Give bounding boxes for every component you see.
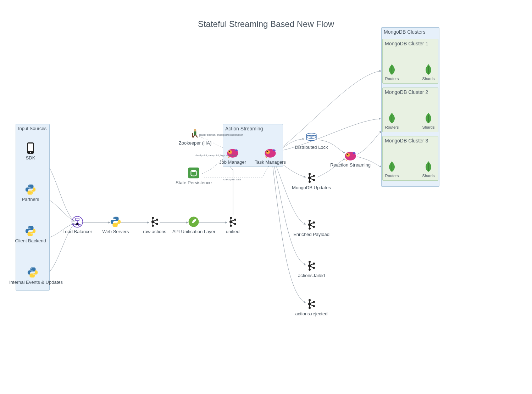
svg-point-26 <box>194 129 196 131</box>
node-load-balancer: Load Balancer <box>56 215 99 234</box>
group-mongodb-clusters-title: MongoDB Clusters <box>384 29 426 35</box>
spring-icon <box>172 215 215 228</box>
svg-point-61 <box>347 154 348 155</box>
mongodb-leaf-icon <box>381 112 403 124</box>
node-api-unification: API Unification Layer <box>172 215 215 234</box>
node-enriched-payload: Enriched Payload <box>290 218 333 237</box>
svg-point-8 <box>34 276 34 276</box>
cluster2-shards-label: Shards <box>418 125 439 129</box>
node-distributed-lock-label: Distributed Lock <box>290 145 333 150</box>
node-reaction-streaming-label: Reaction Streaming <box>329 162 372 168</box>
node-reaction-streaming: Reaction Streaming <box>329 149 372 168</box>
node-partners: Partners <box>9 183 52 202</box>
node-client-backend-label: Client Backend <box>9 238 52 243</box>
node-zookeeper: Zookeeper (HA) <box>174 127 216 146</box>
node-api-unification-label: API Unification Layer <box>172 229 215 234</box>
svg-point-32 <box>229 151 230 152</box>
svg-point-14 <box>117 225 117 226</box>
svg-point-18 <box>156 219 158 221</box>
svg-point-58 <box>313 305 315 307</box>
node-web-servers-label: Web Servers <box>94 229 137 234</box>
svg-point-57 <box>313 301 315 303</box>
node-raw-actions-label: raw actions <box>133 229 176 234</box>
svg-point-25 <box>234 223 236 225</box>
s3-bucket-icon <box>172 167 215 179</box>
redis-icon: R <box>290 131 333 144</box>
cluster2-shards: Shards <box>418 112 439 129</box>
kafka-icon <box>290 259 333 272</box>
svg-point-21 <box>230 217 232 219</box>
svg-point-53 <box>313 267 315 269</box>
node-state-persistence-label: State Persistence <box>172 180 215 185</box>
load-balancer-icon <box>56 215 99 228</box>
svg-point-48 <box>313 226 315 228</box>
svg-rect-29 <box>188 168 199 178</box>
node-task-managers-label: Task Managers <box>249 159 292 165</box>
cluster1-shards-label: Shards <box>418 77 439 81</box>
svg-point-5 <box>29 227 29 227</box>
node-actions-rejected: actions.rejected <box>290 298 333 316</box>
python-icon <box>9 183 52 196</box>
node-actions-rejected-label: actions.rejected <box>290 311 333 316</box>
mongodb-cluster-1-title: MongoDB Cluster 1 <box>385 41 428 46</box>
kafka-icon <box>290 218 333 231</box>
node-sdk-label: SDK <box>9 155 52 161</box>
node-web-servers: Web Servers <box>94 215 137 234</box>
svg-point-7 <box>31 268 32 269</box>
node-distributed-lock: R Distributed Lock <box>290 131 333 150</box>
svg-point-39 <box>309 173 311 175</box>
node-sdk: SDK <box>9 142 52 161</box>
cluster1-shards: Shards <box>418 63 439 81</box>
svg-point-52 <box>313 263 315 265</box>
svg-point-13 <box>114 218 115 218</box>
node-enriched-payload-label: Enriched Payload <box>290 232 333 237</box>
svg-point-35 <box>267 151 268 152</box>
svg-point-56 <box>309 307 311 309</box>
flink-icon <box>249 146 292 159</box>
svg-point-31 <box>228 150 232 154</box>
cluster3-routers: Routers <box>381 160 403 178</box>
kafka-icon <box>290 298 333 310</box>
svg-point-49 <box>309 261 311 263</box>
svg-point-51 <box>309 269 311 271</box>
mongodb-leaf-icon <box>418 63 439 76</box>
kafka-icon <box>211 215 254 228</box>
svg-point-15 <box>152 217 154 219</box>
python-icon <box>94 215 137 228</box>
node-internal-events-label: Internal Events & Updates <box>9 280 56 285</box>
svg-rect-1 <box>28 143 33 151</box>
cluster3-shards-label: Shards <box>418 174 439 178</box>
cluster2-routers: Routers <box>381 112 403 129</box>
cluster3-routers-label: Routers <box>381 174 403 178</box>
svg-point-19 <box>156 223 158 225</box>
cluster1-routers-label: Routers <box>381 77 403 81</box>
mongodb-leaf-icon <box>381 63 403 76</box>
node-unified-label: unified <box>211 229 254 234</box>
cluster2-routers-label: Routers <box>381 125 403 129</box>
edges-layer <box>0 0 532 394</box>
svg-point-43 <box>313 179 315 181</box>
node-state-persistence: State Persistence <box>172 167 215 185</box>
node-partners-label: Partners <box>9 197 52 202</box>
svg-point-44 <box>309 220 311 222</box>
python-icon <box>9 225 52 237</box>
diagram-canvas: { "title": "Stateful Streaming Based New… <box>0 0 532 394</box>
node-job-manager-label: Job Manager <box>211 159 254 165</box>
svg-point-2 <box>30 152 31 153</box>
node-client-backend: Client Backend <box>9 225 52 243</box>
svg-point-6 <box>32 234 32 235</box>
node-internal-events: Internal Events & Updates <box>9 266 56 285</box>
mongodb-cluster-2-title: MongoDB Cluster 2 <box>385 89 428 95</box>
svg-point-60 <box>346 153 350 157</box>
svg-point-46 <box>309 227 311 230</box>
cluster1-routers: Routers <box>381 63 403 81</box>
flink-icon <box>329 149 372 162</box>
smartphone-icon <box>9 142 52 154</box>
svg-point-34 <box>266 150 270 154</box>
edge-label-checkpoint-data: checkpoint data <box>223 178 241 181</box>
node-unified: unified <box>211 215 254 234</box>
node-mongodb-updates: MongoDB Updates <box>290 171 333 190</box>
mongodb-leaf-icon <box>418 112 439 124</box>
python-icon <box>9 266 56 279</box>
mongodb-leaf-icon <box>418 160 439 173</box>
